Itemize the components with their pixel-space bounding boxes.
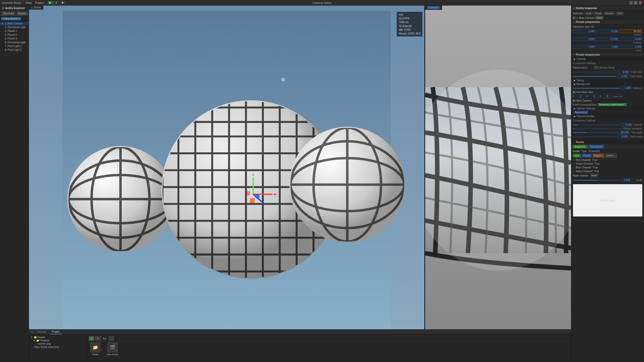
tab-console[interactable]: Console	[34, 330, 49, 334]
entity-item-dir-light-2[interactable]: 2: Directional Light	[0, 25, 29, 29]
scl-z-value[interactable]: 1.000	[620, 45, 642, 49]
export-button[interactable]: Export...	[593, 154, 604, 158]
focus-button[interactable]: Focus	[594, 12, 603, 15]
clear-button[interactable]: Clear	[616, 12, 624, 15]
rot-x-value[interactable]: 4.000	[573, 37, 596, 41]
scene-svg	[29, 11, 424, 329]
scale-track[interactable]	[573, 180, 622, 181]
gizmos-button[interactable]: Gizmos	[604, 12, 615, 15]
yaw-value[interactable]: -89.000	[619, 130, 630, 134]
new-scene-label[interactable]: + New Scene +	[1, 17, 21, 20]
reload-button[interactable]: Reload	[582, 154, 592, 158]
velocity-label: Velocity	[634, 123, 642, 126]
viewport-scene[interactable]: ◻ Scene	[29, 6, 424, 329]
pos-y-value[interactable]: -0.330	[596, 29, 619, 33]
velocity-value[interactable]: 0.100	[622, 123, 633, 127]
camera-badge[interactable]: Camera 1	[427, 6, 440, 9]
debug-header[interactable]: ▶ Debug	[571, 78, 644, 82]
entity-item-point-light-7[interactable]: 7: Point Light 1	[0, 44, 29, 48]
yaw-track[interactable]	[573, 132, 618, 133]
mouse-sens-track[interactable]	[573, 128, 610, 129]
fade-factor-value[interactable]: 1.000	[617, 74, 629, 78]
more-button[interactable]: ⋮	[108, 336, 114, 341]
opacity-value[interactable]: None	[590, 174, 598, 177]
main-camera-label: Main Camera	[576, 99, 591, 102]
pause-button[interactable]: ⏸	[54, 1, 59, 4]
border-png-item[interactable]: • border.png	[30, 342, 86, 345]
textures-folder-item[interactable]: ▼ 📁 Textures	[30, 339, 86, 342]
entity-label: 3: Planet 1	[5, 30, 17, 32]
g-value[interactable]: 0	[590, 95, 599, 98]
intensity-value[interactable]: 1.000	[621, 86, 632, 90]
rot-label	[573, 41, 596, 44]
close-button[interactable]: ✕	[638, 1, 642, 5]
hierarchy-btn[interactable]: Hierarchy	[2, 12, 15, 15]
new-scene-item[interactable]: 🎬 New Scene	[105, 342, 120, 356]
tab-inspection[interactable]: Inspection	[572, 145, 588, 149]
clear-color-checkbox[interactable]: ✓	[573, 91, 575, 94]
intrinsic-header[interactable]: ▶ Intrinsic Settings	[571, 107, 644, 110]
pitch-value[interactable]: 0.000	[618, 135, 629, 139]
poststack-value[interactable]: Temporary PostProcessi...	[598, 103, 627, 106]
entity-item-dir-light-6[interactable]: 6: Directional Light	[0, 40, 29, 44]
tab-project[interactable]: Project	[49, 330, 62, 334]
refresh-button[interactable]: ↺	[89, 336, 94, 341]
folder-item[interactable]: 📁 Folder	[88, 342, 103, 356]
intensity-track[interactable]	[573, 88, 620, 89]
scene-tab-label[interactable]: Scene	[34, 6, 41, 9]
save-button[interactable]: Save	[573, 154, 581, 158]
import-button[interactable]: Import...	[605, 154, 617, 158]
entity-item-main-camera[interactable]: ▶ 1: Main Camera	[0, 22, 29, 25]
private-header[interactable]: ▼ Private components	[571, 53, 644, 57]
assets-root-item[interactable]: ▼ 📁 Assets	[30, 336, 86, 339]
static-badge: Static	[595, 16, 603, 19]
entity-item-point-light-8[interactable]: 8: Point Light 2	[0, 48, 29, 52]
b-value[interactable]: 0	[603, 95, 612, 98]
menu-project[interactable]: Project	[33, 1, 45, 5]
minimize-button[interactable]: —	[629, 1, 633, 5]
lock-button[interactable]: Lock	[585, 12, 593, 15]
tab-resources[interactable]: Resources	[588, 145, 605, 149]
fade-ratio-track[interactable]	[573, 72, 618, 73]
rot-z-value[interactable]: 0.000	[620, 37, 642, 41]
maximize-button[interactable]: ☐	[634, 1, 637, 5]
pitch-track[interactable]	[573, 136, 617, 137]
fade-factor-track[interactable]	[573, 76, 616, 77]
screenshot-badge[interactable]: ScreenShot	[574, 111, 588, 114]
display-btn[interactable]: Display	[16, 12, 28, 15]
data-components-header[interactable]: ▼ Private components	[571, 20, 644, 24]
transform-size-row: Transform Size: 64	[571, 24, 644, 29]
entity-checkbox[interactable]: ✓	[573, 17, 575, 19]
scl-y-value[interactable]: 1.000	[596, 45, 619, 49]
entity-item-planet-2[interactable]: 4: Planet 2	[0, 33, 29, 37]
stop-button[interactable]: ⏹	[60, 1, 65, 4]
g-label: G:	[586, 95, 589, 98]
clear-col-label: Clear Col	[613, 95, 622, 98]
scene-file-item[interactable]: • New Scene.evescene	[30, 345, 86, 349]
scl-x-value[interactable]: 1.000	[573, 45, 596, 49]
opacity-row: Apply Opacity: None	[571, 173, 644, 178]
play-button[interactable]: ▶	[48, 1, 53, 4]
player-controller-header[interactable]: ▶ PlayerController	[571, 114, 644, 118]
scale-value[interactable]: 1.860	[623, 178, 635, 182]
yaw-fill	[573, 132, 586, 133]
redo-button[interactable]: ↻	[95, 336, 101, 341]
main-camera-checkbox[interactable]: ✓	[573, 100, 575, 102]
inspector-icon: ◻	[573, 7, 575, 10]
background-header[interactable]: ▶ Background	[571, 82, 644, 86]
fade-ratio-value[interactable]: 0.000	[619, 70, 630, 74]
viewport-camera[interactable]: Camera 1	[425, 6, 571, 329]
camera-header[interactable]: ▶ Camera	[571, 57, 644, 61]
rot-y-value[interactable]: -71.000	[596, 37, 619, 41]
preview-svg: border.png	[573, 184, 642, 216]
menu-view[interactable]: View	[24, 1, 33, 5]
pos-z-value[interactable]: 10.252	[620, 29, 642, 33]
pos-x-value[interactable]: -3.544	[573, 29, 596, 33]
titlebar: Universe Demo View Project ▶ ⏸ ⏹ Univers…	[0, 0, 644, 6]
entity-item-planet-1[interactable]: 3: Planet 1	[0, 29, 29, 33]
velocity-track[interactable]	[573, 124, 621, 125]
entity-item-planet-3[interactable]: 5: Planet 3	[0, 37, 29, 40]
r-value[interactable]: 0	[576, 95, 585, 98]
entity-check-row: ✓ 1: Main Camera Static	[571, 16, 644, 20]
rasterization-checkbox[interactable]: ✓	[594, 66, 598, 69]
